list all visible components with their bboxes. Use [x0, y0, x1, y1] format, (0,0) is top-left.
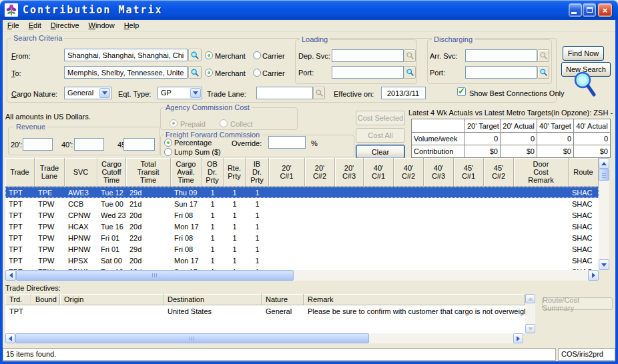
grid-header-cell[interactable]: Door Cost Remark: [514, 158, 569, 187]
metro-header-row: 20' Target20' Actual40' Target40' Actual: [412, 119, 611, 133]
maximize-button[interactable]: [583, 3, 596, 17]
arr-svc-input[interactable]: [465, 49, 537, 62]
arrow-left-icon: [9, 273, 13, 278]
grid-header-cell[interactable]: 40' C#1: [364, 158, 394, 187]
show-best-checkbox[interactable]: ✓: [457, 87, 466, 96]
scroll-down-button[interactable]: [599, 259, 609, 270]
table-row[interactable]: TPT TPW HPNW Fri 01 22d Fri 08 1 1 1 SHA…: [5, 232, 599, 243]
cargo-nature-select[interactable]: General: [64, 87, 111, 99]
loading-port-search-button[interactable]: [404, 66, 416, 79]
table-row[interactable]: TPT TPW HPSX Sat 00 20d Mon 17 1 1 1 SHA…: [5, 255, 599, 266]
to-merchant-radio[interactable]: [205, 69, 213, 77]
grid-header-cell[interactable]: 20' C#2: [305, 158, 335, 187]
override-input[interactable]: [268, 136, 306, 149]
directives-header-cell[interactable]: Nature: [262, 294, 304, 305]
directives-rows: TPT United States General Please be sure…: [5, 305, 525, 317]
grid-horizontal-scrollbar[interactable]: [5, 270, 599, 281]
directives-header-cell[interactable]: Destination: [164, 294, 262, 305]
cell-rte-prty: 1: [224, 245, 246, 253]
close-button[interactable]: ×: [598, 3, 612, 17]
trade-lane-input[interactable]: [256, 87, 313, 99]
effective-on-input[interactable]: [381, 87, 426, 99]
table-row[interactable]: TPT TPW CPNW Wed 23 20d Fri 08 1 1 1 SHA…: [5, 209, 599, 221]
table-row[interactable]: TPT TPW CCB Tue 00 21d Sun 17 1 1 1 SHAC: [5, 198, 599, 209]
vertical-scroll-thumb[interactable]: [599, 169, 609, 181]
directives-header-cell[interactable]: Remark: [304, 294, 525, 305]
grid-header-cell[interactable]: Cargo Avail. Time: [171, 158, 202, 187]
table-row[interactable]: TPT TPW HCAX Tue 16 20d Mon 17 1 1 1 SHA…: [5, 221, 599, 232]
table-row[interactable]: TPT TPW HPNW Fri 01 29d Fri 08 1 1 1 SHA…: [5, 243, 599, 255]
directives-header-cell[interactable]: Bound: [31, 294, 60, 305]
cell-svc: CPNW: [65, 211, 97, 219]
discharging-port-input[interactable]: [465, 66, 537, 79]
grid-header-cell[interactable]: Route: [569, 158, 599, 187]
table-row[interactable]: TPT TPE AWE3 Tue 12 29d Thu 09 1 1 1 SHA…: [5, 187, 599, 198]
lump-sum-radio[interactable]: [164, 148, 172, 156]
grid-vertical-scrollbar[interactable]: [599, 158, 609, 270]
from-carrier-radio[interactable]: [253, 51, 261, 59]
chevron-down-icon[interactable]: [99, 88, 110, 98]
chevron-down-icon[interactable]: [190, 88, 201, 98]
grid-header-cell[interactable]: Cargo Cutoff Time: [97, 158, 126, 187]
scroll-up-button[interactable]: [599, 158, 609, 169]
window-border-bottom: [0, 361, 618, 364]
revenue-40-input[interactable]: [74, 138, 104, 151]
from-merchant-radio[interactable]: [205, 51, 213, 59]
arr-svc-search-button[interactable]: [537, 49, 549, 62]
grid-header-cell[interactable]: 45' C#1: [454, 158, 484, 187]
dep-svc-input[interactable]: [332, 49, 404, 62]
to-input[interactable]: [64, 66, 188, 79]
loading-port-input[interactable]: [332, 66, 404, 79]
grid-header-cell[interactable]: Trade: [5, 158, 35, 187]
status-message: 15 items found.: [3, 348, 556, 361]
scroll-right-button[interactable]: [588, 270, 599, 281]
directives-header-cell[interactable]: Trd.: [5, 294, 31, 305]
horizontal-scroll-thumb[interactable]: [15, 333, 369, 343]
from-search-button[interactable]: [188, 49, 202, 61]
grid-header-cell[interactable]: 20' C#1: [269, 158, 305, 187]
grid-header-cell[interactable]: Total Transit Time: [126, 158, 171, 187]
trade-lane-search-button[interactable]: [313, 87, 325, 99]
clear-button[interactable]: Clear: [356, 145, 405, 159]
app-window: Contribution Matrix × FileEditDirectiveW…: [0, 0, 618, 364]
cell-route: SHAC: [569, 245, 599, 253]
grid-header-cell[interactable]: 20' C#3: [335, 158, 364, 187]
percentage-radio[interactable]: [164, 139, 172, 147]
grid-header-cell[interactable]: IB Dr. Prty: [246, 158, 269, 187]
from-label: From:: [11, 52, 31, 61]
discharging-port-search-button[interactable]: [537, 66, 549, 79]
grid-header-cell[interactable]: 45' C#2: [484, 158, 514, 187]
cost-selected-button: Cost Selected: [356, 111, 405, 125]
scroll-left-button[interactable]: [5, 270, 16, 281]
grid-header-cell[interactable]: OB Dr. Prty: [202, 158, 224, 187]
revenue-20-input[interactable]: [23, 138, 53, 151]
from-input[interactable]: [64, 49, 188, 61]
directives-header-cell[interactable]: Origin: [60, 294, 164, 305]
cell-ib-dr-prty: 1: [246, 234, 269, 242]
menu-item[interactable]: Help: [119, 20, 144, 31]
scroll-left-button[interactable]: [5, 333, 15, 343]
to-carrier-radio[interactable]: [253, 69, 261, 77]
eqt-type-select[interactable]: GP: [158, 87, 202, 99]
menu-item[interactable]: Window: [84, 20, 119, 31]
revenue-45-input[interactable]: [123, 138, 155, 151]
menu-item[interactable]: Edit: [24, 20, 46, 31]
directives-row[interactable]: TPT United States General Please be sure…: [5, 305, 525, 317]
scroll-right-button[interactable]: [513, 333, 523, 343]
title-bar[interactable]: Contribution Matrix ×: [0, 0, 618, 20]
grid-header-cell[interactable]: 40' C#3: [424, 158, 454, 187]
grid-header-cell[interactable]: SVC: [65, 158, 97, 187]
to-search-button[interactable]: [188, 66, 202, 79]
lump-sum-label: Lump Sum ($): [174, 148, 221, 157]
horizontal-scroll-thumb[interactable]: [16, 270, 294, 281]
find-now-button[interactable]: Find Now: [563, 46, 604, 61]
dep-svc-search-button[interactable]: [404, 49, 416, 62]
directives-horizontal-scrollbar[interactable]: [5, 333, 523, 343]
menu-item[interactable]: Directive: [46, 20, 84, 31]
grid-header-cell[interactable]: 40' C#2: [394, 158, 424, 187]
directives-vertical-scrollbar[interactable]: [525, 294, 535, 333]
menu-item[interactable]: File: [3, 20, 24, 31]
minimize-button[interactable]: [569, 3, 582, 17]
grid-header-cell[interactable]: Rte. Prty: [224, 158, 246, 187]
grid-header-cell[interactable]: Trade Lane: [35, 158, 65, 187]
